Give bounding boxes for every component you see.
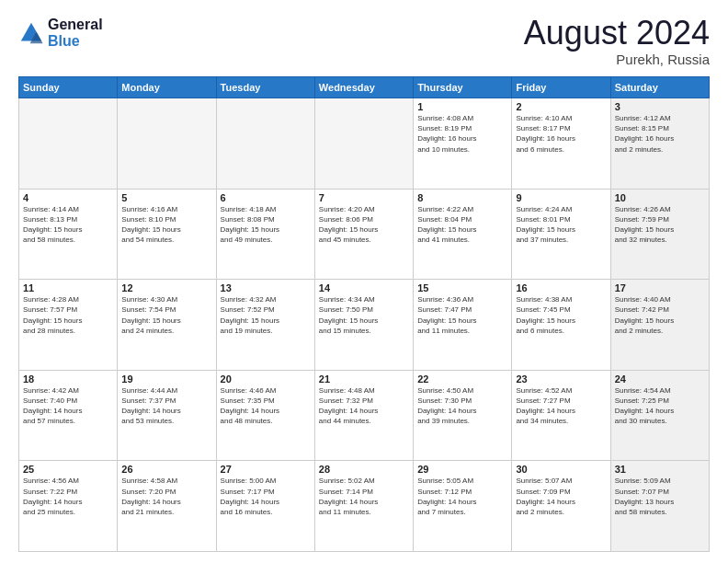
- title-block: August 2024 Purekh, Russia: [524, 17, 710, 67]
- day-header-friday: Friday: [512, 77, 610, 98]
- day-info: Sunrise: 4:32 AM Sunset: 7:52 PM Dayligh…: [221, 294, 311, 336]
- calendar-cell: 17Sunrise: 4:40 AM Sunset: 7:42 PM Dayli…: [610, 280, 709, 371]
- calendar-cell: 30Sunrise: 5:07 AM Sunset: 7:09 PM Dayli…: [512, 461, 610, 552]
- main-title: August 2024: [524, 17, 710, 50]
- day-number: 8: [417, 192, 507, 203]
- calendar-cell: 6Sunrise: 4:18 AM Sunset: 8:08 PM Daylig…: [216, 189, 314, 280]
- calendar-table: SundayMondayTuesdayWednesdayThursdayFrid…: [18, 76, 710, 552]
- calendar-cell: 18Sunrise: 4:42 AM Sunset: 7:40 PM Dayli…: [19, 370, 118, 461]
- day-header-monday: Monday: [118, 77, 216, 98]
- day-number: 22: [417, 373, 507, 385]
- day-info: Sunrise: 5:07 AM Sunset: 7:09 PM Dayligh…: [516, 476, 606, 517]
- week-row-4: 18Sunrise: 4:42 AM Sunset: 7:40 PM Dayli…: [19, 370, 710, 461]
- day-number: 4: [23, 192, 113, 203]
- day-info: Sunrise: 4:54 AM Sunset: 7:25 PM Dayligh…: [615, 385, 705, 427]
- day-info: Sunrise: 4:50 AM Sunset: 7:30 PM Dayligh…: [417, 385, 507, 427]
- calendar-cell: [118, 98, 216, 190]
- day-info: Sunrise: 4:24 AM Sunset: 8:01 PM Dayligh…: [516, 204, 606, 246]
- day-info: Sunrise: 4:12 AM Sunset: 8:15 PM Dayligh…: [615, 113, 705, 155]
- week-row-2: 4Sunrise: 4:14 AM Sunset: 8:13 PM Daylig…: [19, 189, 710, 280]
- day-info: Sunrise: 5:09 AM Sunset: 7:07 PM Dayligh…: [615, 476, 705, 517]
- day-info: Sunrise: 5:02 AM Sunset: 7:14 PM Dayligh…: [319, 476, 409, 517]
- logo-icon: [18, 20, 44, 46]
- day-info: Sunrise: 4:26 AM Sunset: 7:59 PM Dayligh…: [615, 204, 705, 246]
- day-info: Sunrise: 5:05 AM Sunset: 7:12 PM Dayligh…: [417, 476, 507, 517]
- calendar-cell: 25Sunrise: 4:56 AM Sunset: 7:22 PM Dayli…: [19, 461, 118, 552]
- calendar-cell: [216, 98, 314, 190]
- calendar-cell: 10Sunrise: 4:26 AM Sunset: 7:59 PM Dayli…: [610, 189, 709, 280]
- calendar-cell: 27Sunrise: 5:00 AM Sunset: 7:17 PM Dayli…: [216, 461, 314, 552]
- day-number: 7: [319, 192, 409, 203]
- day-info: Sunrise: 4:20 AM Sunset: 8:06 PM Dayligh…: [319, 204, 409, 246]
- day-number: 25: [23, 464, 113, 475]
- calendar-cell: 1Sunrise: 4:08 AM Sunset: 8:19 PM Daylig…: [414, 98, 512, 190]
- subtitle: Purekh, Russia: [524, 52, 710, 67]
- day-number: 16: [516, 282, 606, 293]
- day-number: 13: [221, 282, 311, 293]
- day-number: 9: [516, 192, 606, 203]
- calendar-cell: 24Sunrise: 4:54 AM Sunset: 7:25 PM Dayli…: [610, 370, 709, 461]
- day-info: Sunrise: 4:38 AM Sunset: 7:45 PM Dayligh…: [516, 294, 606, 336]
- day-info: Sunrise: 4:56 AM Sunset: 7:22 PM Dayligh…: [23, 476, 113, 517]
- day-number: 19: [121, 373, 211, 385]
- calendar-cell: 14Sunrise: 4:34 AM Sunset: 7:50 PM Dayli…: [314, 280, 413, 371]
- day-number: 12: [121, 282, 211, 293]
- day-info: Sunrise: 4:18 AM Sunset: 8:08 PM Dayligh…: [221, 204, 311, 246]
- calendar-cell: 22Sunrise: 4:50 AM Sunset: 7:30 PM Dayli…: [414, 370, 512, 461]
- day-number: 6: [221, 192, 311, 203]
- week-row-5: 25Sunrise: 4:56 AM Sunset: 7:22 PM Dayli…: [19, 461, 710, 552]
- day-number: 18: [23, 373, 113, 385]
- calendar-cell: 28Sunrise: 5:02 AM Sunset: 7:14 PM Dayli…: [314, 461, 413, 552]
- calendar-cell: 4Sunrise: 4:14 AM Sunset: 8:13 PM Daylig…: [19, 189, 118, 280]
- day-header-sunday: Sunday: [19, 77, 118, 98]
- day-info: Sunrise: 4:58 AM Sunset: 7:20 PM Dayligh…: [121, 476, 211, 517]
- calendar-cell: 29Sunrise: 5:05 AM Sunset: 7:12 PM Dayli…: [414, 461, 512, 552]
- calendar-cell: 2Sunrise: 4:10 AM Sunset: 8:17 PM Daylig…: [512, 98, 610, 190]
- day-number: 24: [615, 373, 705, 385]
- calendar-cell: 8Sunrise: 4:22 AM Sunset: 8:04 PM Daylig…: [414, 189, 512, 280]
- day-header-tuesday: Tuesday: [216, 77, 314, 98]
- calendar-cell: 11Sunrise: 4:28 AM Sunset: 7:57 PM Dayli…: [19, 280, 118, 371]
- logo: General Blue: [18, 17, 103, 50]
- calendar-cell: 12Sunrise: 4:30 AM Sunset: 7:54 PM Dayli…: [118, 280, 216, 371]
- day-header-thursday: Thursday: [414, 77, 512, 98]
- day-number: 21: [319, 373, 409, 385]
- calendar-body: 1Sunrise: 4:08 AM Sunset: 8:19 PM Daylig…: [19, 98, 710, 552]
- days-header-row: SundayMondayTuesdayWednesdayThursdayFrid…: [19, 77, 710, 98]
- day-info: Sunrise: 4:44 AM Sunset: 7:37 PM Dayligh…: [121, 385, 211, 427]
- day-number: 23: [516, 373, 606, 385]
- day-number: 1: [417, 101, 507, 112]
- day-number: 5: [121, 192, 211, 203]
- day-info: Sunrise: 4:52 AM Sunset: 7:27 PM Dayligh…: [516, 385, 606, 427]
- calendar-cell: [314, 98, 413, 190]
- day-info: Sunrise: 4:22 AM Sunset: 8:04 PM Dayligh…: [417, 204, 507, 246]
- calendar-cell: 7Sunrise: 4:20 AM Sunset: 8:06 PM Daylig…: [314, 189, 413, 280]
- day-number: 26: [121, 464, 211, 475]
- calendar-cell: 15Sunrise: 4:36 AM Sunset: 7:47 PM Dayli…: [414, 280, 512, 371]
- day-header-saturday: Saturday: [610, 77, 709, 98]
- day-info: Sunrise: 4:30 AM Sunset: 7:54 PM Dayligh…: [121, 294, 211, 336]
- logo-text: General Blue: [48, 17, 103, 50]
- day-info: Sunrise: 4:40 AM Sunset: 7:42 PM Dayligh…: [615, 294, 705, 336]
- calendar-cell: 26Sunrise: 4:58 AM Sunset: 7:20 PM Dayli…: [118, 461, 216, 552]
- day-info: Sunrise: 4:46 AM Sunset: 7:35 PM Dayligh…: [221, 385, 311, 427]
- day-number: 20: [221, 373, 311, 385]
- calendar-cell: 5Sunrise: 4:16 AM Sunset: 8:10 PM Daylig…: [118, 189, 216, 280]
- calendar-cell: 3Sunrise: 4:12 AM Sunset: 8:15 PM Daylig…: [610, 98, 709, 190]
- day-number: 10: [615, 192, 705, 203]
- day-info: Sunrise: 4:36 AM Sunset: 7:47 PM Dayligh…: [417, 294, 507, 336]
- calendar-cell: 13Sunrise: 4:32 AM Sunset: 7:52 PM Dayli…: [216, 280, 314, 371]
- day-number: 30: [516, 464, 606, 475]
- day-info: Sunrise: 4:08 AM Sunset: 8:19 PM Dayligh…: [417, 113, 507, 155]
- calendar-cell: 23Sunrise: 4:52 AM Sunset: 7:27 PM Dayli…: [512, 370, 610, 461]
- week-row-1: 1Sunrise: 4:08 AM Sunset: 8:19 PM Daylig…: [19, 98, 710, 190]
- week-row-3: 11Sunrise: 4:28 AM Sunset: 7:57 PM Dayli…: [19, 280, 710, 371]
- calendar-cell: 31Sunrise: 5:09 AM Sunset: 7:07 PM Dayli…: [610, 461, 709, 552]
- day-number: 31: [615, 464, 705, 475]
- day-info: Sunrise: 5:00 AM Sunset: 7:17 PM Dayligh…: [221, 476, 311, 517]
- calendar-cell: 20Sunrise: 4:46 AM Sunset: 7:35 PM Dayli…: [216, 370, 314, 461]
- calendar-cell: 19Sunrise: 4:44 AM Sunset: 7:37 PM Dayli…: [118, 370, 216, 461]
- day-info: Sunrise: 4:28 AM Sunset: 7:57 PM Dayligh…: [23, 294, 113, 336]
- day-info: Sunrise: 4:10 AM Sunset: 8:17 PM Dayligh…: [516, 113, 606, 155]
- day-info: Sunrise: 4:34 AM Sunset: 7:50 PM Dayligh…: [319, 294, 409, 336]
